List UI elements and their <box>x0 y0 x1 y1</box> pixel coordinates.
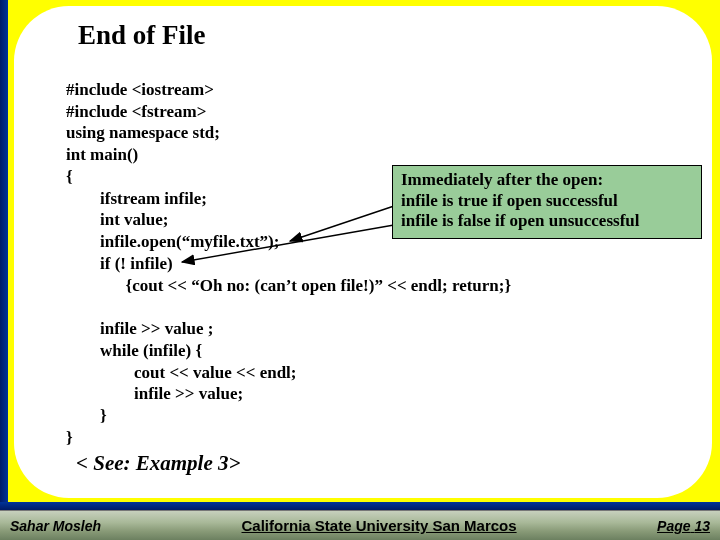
footer-bar: Sahar Mosleh California State University… <box>0 510 720 540</box>
code-line: #include <fstream> <box>66 102 206 121</box>
footer-page-number: 13 <box>694 518 710 534</box>
code-line: infile >> value ; <box>66 319 213 338</box>
see-example: < See: Example 3> <box>76 451 684 476</box>
footer-author: Sahar Mosleh <box>10 518 101 534</box>
code-line: infile >> value; <box>66 384 243 403</box>
code-line: infile.open(“myfile.txt”); <box>66 232 279 251</box>
footer-page: Page 13 <box>657 518 710 534</box>
callout-line: Immediately after the open: <box>401 170 693 191</box>
code-block: #include <iostream> #include <fstream> u… <box>66 57 684 449</box>
code-line: } <box>66 406 107 425</box>
footer-page-label: Page <box>657 518 690 534</box>
code-line: { <box>66 167 73 186</box>
code-line: if (! infile) <box>66 254 173 273</box>
code-line: int value; <box>66 210 168 229</box>
slide-card: End of File #include <iostream> #include… <box>14 6 712 498</box>
slide-bg-blue-bottom <box>0 502 720 510</box>
callout-line: infile is true if open successful <box>401 191 693 212</box>
code-line: ifstream infile; <box>66 189 207 208</box>
callout-box: Immediately after the open: infile is tr… <box>392 165 702 239</box>
callout-line: infile is false if open unsuccessful <box>401 211 693 232</box>
code-line: int main() <box>66 145 138 164</box>
code-line: while (infile) { <box>66 341 202 360</box>
code-line: {cout << “Oh no: (can’t open file!)” << … <box>66 276 511 295</box>
code-line: using namespace std; <box>66 123 220 142</box>
footer-institution: California State University San Marcos <box>101 517 657 534</box>
slide-bg-blue-left <box>0 0 8 510</box>
code-line: #include <iostream> <box>66 80 214 99</box>
code-line: cout << value << endl; <box>66 363 296 382</box>
slide-title: End of File <box>78 20 684 51</box>
code-line: } <box>66 428 73 447</box>
